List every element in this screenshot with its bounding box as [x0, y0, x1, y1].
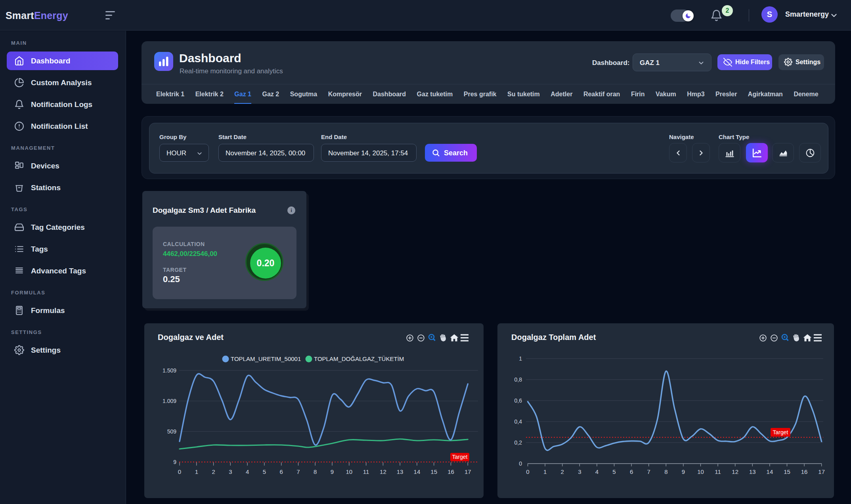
svg-text:0: 0: [526, 468, 529, 475]
svg-text:509: 509: [167, 428, 177, 435]
svg-text:3: 3: [229, 468, 232, 475]
svg-text:10: 10: [697, 468, 704, 475]
svg-text:13: 13: [397, 468, 404, 475]
svg-text:10: 10: [346, 468, 352, 475]
svg-text:15: 15: [784, 468, 790, 475]
svg-text:0: 0: [178, 468, 181, 475]
svg-text:5: 5: [263, 468, 266, 475]
svg-text:9: 9: [331, 468, 334, 475]
svg-text:1: 1: [195, 468, 198, 475]
svg-text:16: 16: [447, 468, 454, 475]
svg-text:4: 4: [595, 468, 599, 475]
svg-text:2: 2: [561, 468, 564, 475]
svg-text:7: 7: [296, 468, 300, 475]
svg-text:16: 16: [801, 468, 808, 475]
svg-text:6: 6: [280, 468, 283, 475]
svg-text:11: 11: [715, 468, 721, 475]
svg-text:0,4: 0,4: [514, 418, 522, 425]
svg-text:1.009: 1.009: [163, 398, 176, 404]
svg-text:5: 5: [612, 468, 616, 475]
svg-text:6: 6: [630, 468, 633, 475]
svg-text:0,2: 0,2: [514, 439, 522, 446]
svg-text:0,6: 0,6: [514, 397, 522, 404]
svg-text:1: 1: [519, 355, 522, 362]
svg-text:11: 11: [363, 468, 369, 475]
svg-text:3: 3: [578, 468, 581, 475]
svg-text:14: 14: [767, 468, 773, 475]
svg-text:7: 7: [647, 468, 650, 475]
svg-text:15: 15: [430, 468, 437, 475]
svg-text:0: 0: [519, 460, 522, 467]
svg-text:9: 9: [682, 468, 685, 475]
svg-text:Target: Target: [452, 454, 468, 460]
svg-text:14: 14: [414, 468, 421, 475]
svg-text:12: 12: [380, 468, 386, 475]
svg-text:4: 4: [246, 468, 249, 475]
svg-text:TOPLAM_DOĞALGAZ_TÜKETİM: TOPLAM_DOĞALGAZ_TÜKETİM: [314, 355, 404, 362]
svg-text:1: 1: [543, 468, 547, 475]
svg-text:Target: Target: [773, 429, 788, 435]
svg-text:2: 2: [212, 468, 215, 475]
svg-text:8: 8: [314, 468, 317, 475]
svg-text:8: 8: [664, 468, 667, 475]
svg-text:TOPLAM_URETIM_50001: TOPLAM_URETIM_50001: [231, 355, 301, 362]
svg-text:17: 17: [818, 468, 825, 475]
svg-text:0,8: 0,8: [514, 376, 522, 383]
svg-text:12: 12: [732, 468, 738, 475]
svg-text:13: 13: [749, 468, 756, 475]
svg-text:17: 17: [465, 468, 471, 475]
svg-text:9: 9: [173, 459, 176, 465]
svg-text:1.509: 1.509: [163, 367, 176, 374]
